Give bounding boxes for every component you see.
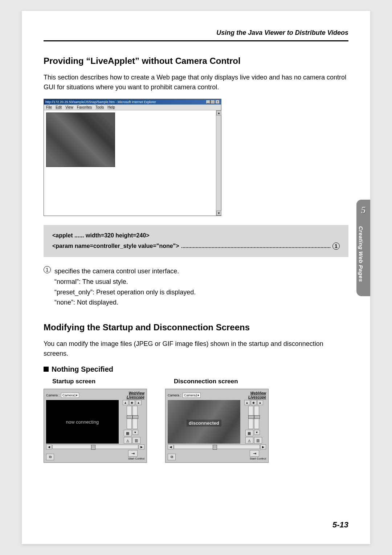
start-control-icon: ⇥ <box>128 450 138 457</box>
pan-slider <box>52 445 138 449</box>
side-icon-grid: ▦ ▼ ◬ ▥ <box>245 430 262 444</box>
subsection-title: Nothing Specified <box>44 365 348 374</box>
page-number: 5-13 <box>332 520 348 530</box>
minimize-icon: _ <box>206 100 210 104</box>
startup-column: Startup screen Camera : Camera1▾ WebView… <box>44 378 147 463</box>
ie-titlebar: http://172.20.29.50/sample/JSSnap/Sample… <box>44 99 221 105</box>
ie-body: ▲ ▼ <box>44 110 221 216</box>
tilt-slider <box>248 406 253 429</box>
camera-select: Camera1▾ <box>61 393 79 398</box>
camera-row: Camera : Camera1▾ <box>168 393 201 398</box>
pan-row: ◀ ▶ <box>168 444 266 449</box>
spec-item-normal: “normal”: The usual style. <box>54 277 348 287</box>
arrow-up-icon: ▲ <box>244 400 250 405</box>
section2-title: Modifying the Startup and Disconnection … <box>44 322 348 332</box>
arrow-up-icon: ▲ <box>123 400 128 405</box>
disconnect-column: Disconnection screen Camera : Camera1▾ W… <box>165 378 269 463</box>
code-text: <param name=controller_style value="none… <box>52 243 179 249</box>
ie-window-buttons: _ □ × <box>206 100 220 104</box>
dotted-leader <box>181 247 330 248</box>
arrow-up2-icon: ▲ <box>136 400 142 405</box>
arrow-down-icon: ▼ <box>132 430 138 435</box>
arrow-down-icon: ▼ <box>254 430 260 435</box>
camera-value: Camera1 <box>184 393 197 397</box>
scroll-up-icon: ▲ <box>216 110 221 115</box>
applet-main: disconnected ▲ ◉ ▲ <box>168 400 266 444</box>
ie-menu-edit: Edit <box>56 105 62 109</box>
zoom-slider <box>254 406 259 429</box>
slider-thumb <box>132 415 138 419</box>
camera-label: Camera : <box>46 393 60 397</box>
logo-line1: WebView <box>248 391 266 395</box>
webview-logo: WebView Livescope <box>248 391 266 399</box>
arrow-up2-icon: ▲ <box>257 400 263 405</box>
spec-head-row: 1 specifies the camera control user inte… <box>44 266 348 277</box>
chapter-tab: 5 Creating Web Pages <box>356 200 370 296</box>
snapshot-icon: ◬ <box>245 437 253 444</box>
camera-label: Camera : <box>168 393 181 397</box>
slider-thumb <box>91 445 95 450</box>
section1-title: Providing “LiveApplet” without Camera Co… <box>44 56 348 66</box>
ie-scrollbar: ▲ ▼ <box>216 110 221 216</box>
startup-applet: Camera : Camera1▾ WebView Livescope now … <box>44 389 147 463</box>
startup-title: Startup screen <box>52 378 147 385</box>
spec-item-none: “none”: Not displayed. <box>54 297 348 308</box>
slider-thumb <box>127 415 132 419</box>
chapter-number: 5 <box>358 205 369 216</box>
screenshot-columns: Startup screen Camera : Camera1▾ WebView… <box>44 378 348 463</box>
applet-header: Camera : Camera1▾ WebView Livescope <box>168 391 266 399</box>
maximize-icon: □ <box>211 100 215 104</box>
side-controls: ▲ ◉ ▲ ▦ ▼ <box>241 400 266 444</box>
ref-marker-1: 1 <box>332 242 340 250</box>
center-icon: ◉ <box>129 400 135 405</box>
preset-icon: ▦ <box>245 430 253 436</box>
close-icon: × <box>215 100 220 104</box>
camera-select: Camera1▾ <box>183 393 201 398</box>
chevron-down-icon: ▾ <box>76 393 78 397</box>
zoom-slider <box>132 406 138 429</box>
chapter-title: Creating Web Pages <box>358 218 364 290</box>
start-control-icon: ⇥ <box>250 450 259 457</box>
arrow-left-icon: ◀ <box>168 444 173 449</box>
arrow-left-icon: ◀ <box>46 444 52 449</box>
start-control-label: Start Control <box>128 457 144 460</box>
ie-menu-tools: Tools <box>95 105 104 109</box>
scroll-down-icon: ▼ <box>216 211 221 216</box>
connecting-text: now connecting <box>66 419 99 425</box>
applet-main: now connecting ▲ ◉ ▲ <box>46 400 144 444</box>
logo-line2: Livescope <box>248 395 266 399</box>
subsection-text: Nothing Specified <box>52 365 113 373</box>
center-icon: ◉ <box>251 400 257 405</box>
ie-menu-view: View <box>65 105 73 109</box>
ie-menu-favorites: Favorites <box>77 105 92 109</box>
chevron-down-icon: ▾ <box>197 393 199 397</box>
slider-thumb <box>254 415 260 419</box>
start-control-label: Start Control <box>250 457 266 460</box>
logo-line1: WebView <box>127 391 144 395</box>
slider-thumb <box>248 415 254 419</box>
applet-header: Camera : Camera1▾ WebView Livescope <box>46 391 144 399</box>
bottom-row: ⧉ ⇥ Start Control <box>168 450 266 460</box>
disconnect-title: Disconnection screen <box>174 378 269 385</box>
ie-menu-help: Help <box>107 105 115 109</box>
spec-head: specifies the camera control user interf… <box>54 266 179 277</box>
spec-item-preset: “preset_only”: Preset operation only is … <box>54 287 348 298</box>
camera-value: Camera1 <box>62 393 76 397</box>
grid-icon: ▥ <box>254 437 262 444</box>
info-icon: ⧉ <box>168 454 176 460</box>
disconnected-text: disconnected <box>187 420 221 427</box>
page: Using the Java Viewer to Distribute Vide… <box>22 11 370 544</box>
side-icon-grid: ▦ ▼ ◬ ▥ <box>124 430 140 444</box>
running-header: Using the Java Viewer to Distribute Vide… <box>44 29 348 41</box>
start-control: ⇥ Start Control <box>250 450 266 460</box>
start-control: ⇥ Start Control <box>128 450 144 460</box>
grid-icon: ▥ <box>132 437 140 444</box>
disconnect-applet: Camera : Camera1▾ WebView Livescope disc… <box>165 389 269 463</box>
info-icon: ⧉ <box>46 454 54 460</box>
code-line-2: <param name=controller_style value="none… <box>52 242 340 250</box>
video-area-connecting: now connecting <box>46 400 119 444</box>
spec-list: 1 specifies the camera control user inte… <box>44 266 348 308</box>
pan-slider <box>174 445 260 449</box>
slider-thumb <box>213 445 217 450</box>
square-bullet-icon <box>44 367 49 372</box>
